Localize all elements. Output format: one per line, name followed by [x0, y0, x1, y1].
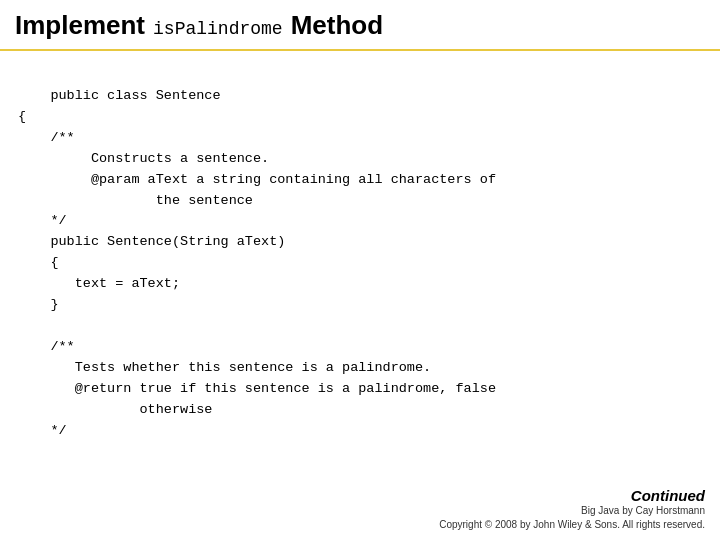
code-line-16: otherwise — [18, 402, 212, 417]
code-line-3: /** — [18, 130, 75, 145]
code-line-9: { — [18, 255, 59, 270]
slide-header: Implement isPalindrome Method — [0, 0, 720, 51]
slide-footer: Continued Big Java by Cay Horstmann Copy… — [439, 487, 705, 532]
copyright-line2: Copyright © 2008 by John Wiley & Sons. A… — [439, 518, 705, 532]
copyright-line1: Big Java by Cay Horstmann — [439, 504, 705, 518]
code-line-10: text = aText; — [18, 276, 180, 291]
header-method: Method — [291, 10, 383, 41]
code-line-4: Constructs a sentence. — [18, 151, 269, 166]
code-line-1: public class Sentence — [50, 88, 220, 103]
slide-content: public class Sentence { /** Constructs a… — [0, 51, 720, 473]
code-line-6: the sentence — [18, 193, 253, 208]
code-line-2: { — [18, 109, 26, 124]
header-method-name: isPalindrome — [153, 19, 283, 39]
code-block: public class Sentence { /** Constructs a… — [18, 65, 702, 463]
code-line-15: @return true if this sentence is a palin… — [18, 381, 496, 396]
code-line-14: Tests whether this sentence is a palindr… — [18, 360, 431, 375]
code-line-7: */ — [18, 213, 67, 228]
code-line-17: */ — [18, 423, 67, 438]
code-line-13: /** — [18, 339, 75, 354]
header-implement: Implement — [15, 10, 145, 41]
code-line-5: @param aText a string containing all cha… — [18, 172, 496, 187]
code-line-8: public Sentence(String aText) — [18, 234, 285, 249]
code-line-11: } — [18, 297, 59, 312]
continued-label: Continued — [439, 487, 705, 504]
